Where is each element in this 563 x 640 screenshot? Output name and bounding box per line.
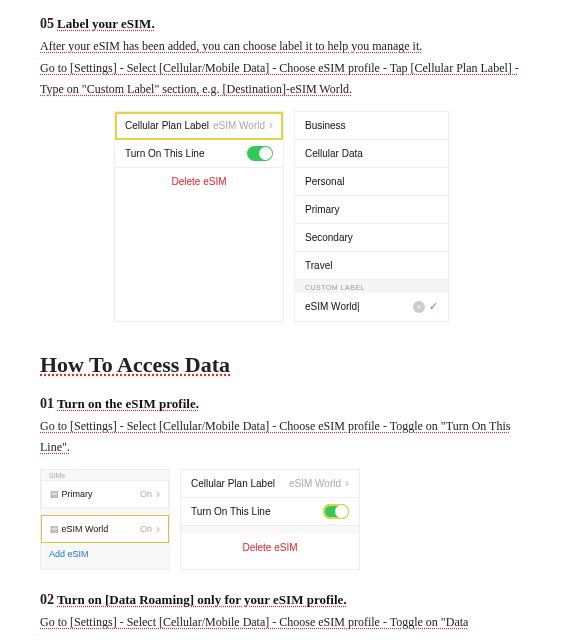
- toggle-on-icon[interactable]: [247, 146, 273, 161]
- sim-list-panel: SIMs ▤ Primary On› ▤ eSIM World On› Add …: [40, 469, 170, 570]
- step-text: Go to [Settings] - Select [Cellular/Mobi…: [40, 416, 523, 459]
- list-item[interactable]: Secondary: [295, 224, 448, 252]
- mock-01: SIMs ▤ Primary On› ▤ eSIM World On› Add …: [40, 469, 523, 570]
- settings-left-panel: Cellular Plan Label eSIM World › Turn On…: [114, 111, 284, 322]
- step-text-2: Go to [Settings] - Select [Cellular/Mobi…: [40, 58, 523, 101]
- delete-esim-button[interactable]: Delete eSIM: [181, 534, 359, 562]
- step-01: 01 Turn on the eSIM profile. Go to [Sett…: [40, 396, 523, 459]
- settings-right-panel: Cellular Plan Label eSIM World › Turn On…: [180, 469, 360, 570]
- custom-label-input-row[interactable]: eSIM World| × ✓: [295, 293, 448, 321]
- cellular-plan-label-row[interactable]: Cellular Plan Label eSIM World ›: [181, 470, 359, 498]
- step-text-1: After your eSIM has been added, you can …: [40, 36, 523, 58]
- custom-label-header: CUSTOM LABEL: [295, 280, 448, 293]
- row-value: eSIM World: [289, 478, 341, 489]
- list-item[interactable]: Cellular Data: [295, 140, 448, 168]
- add-esim-button[interactable]: Add eSIM: [41, 543, 169, 565]
- chevron-right-icon: ›: [345, 476, 349, 490]
- step-title: Turn on [Data Roaming] only for your eSI…: [57, 592, 347, 607]
- checkmark-icon: ✓: [429, 300, 438, 313]
- step-05: 05 Label your eSIM. After your eSIM has …: [40, 16, 523, 101]
- list-item[interactable]: Personal: [295, 168, 448, 196]
- sim-row-primary[interactable]: ▤ Primary On›: [41, 480, 169, 508]
- chevron-right-icon: ›: [269, 118, 273, 132]
- step-text: Go to [Settings] - Select [Cellular/Mobi…: [40, 612, 523, 640]
- sim-row-esim[interactable]: ▤ eSIM World On›: [41, 515, 169, 543]
- step-title: Turn on the eSIM profile.: [57, 396, 199, 411]
- chevron-right-icon: ›: [156, 522, 160, 536]
- toggle-on-icon[interactable]: [323, 504, 349, 519]
- cellular-plan-label-row[interactable]: Cellular Plan Label eSIM World ›: [115, 112, 283, 140]
- row-label: Cellular Plan Label: [125, 120, 209, 131]
- chevron-right-icon: ›: [156, 487, 160, 501]
- delete-esim-button[interactable]: Delete eSIM: [115, 168, 283, 196]
- heading-access-data: How To Access Data: [40, 352, 523, 378]
- custom-label-value: eSIM World|: [305, 301, 360, 312]
- list-item[interactable]: Travel: [295, 252, 448, 280]
- turn-on-line-row[interactable]: Turn On This Line: [181, 498, 359, 526]
- mock-05: Cellular Plan Label eSIM World › Turn On…: [40, 111, 523, 322]
- clear-icon[interactable]: ×: [413, 301, 425, 313]
- row-label: Turn On This Line: [125, 148, 204, 159]
- step-title: Label your eSIM.: [57, 16, 155, 31]
- turn-on-line-row[interactable]: Turn On This Line: [115, 140, 283, 168]
- step-number: 05: [40, 16, 54, 31]
- step-02: 02 Turn on [Data Roaming] only for your …: [40, 592, 523, 640]
- list-item[interactable]: Primary: [295, 196, 448, 224]
- row-label: Turn On This Line: [191, 506, 270, 517]
- list-item[interactable]: Business: [295, 112, 448, 140]
- row-value: eSIM World: [213, 120, 265, 131]
- step-number: 02: [40, 592, 54, 607]
- row-label: Cellular Plan Label: [191, 478, 275, 489]
- label-options-panel: Business Cellular Data Personal Primary …: [294, 111, 449, 322]
- step-number: 01: [40, 396, 54, 411]
